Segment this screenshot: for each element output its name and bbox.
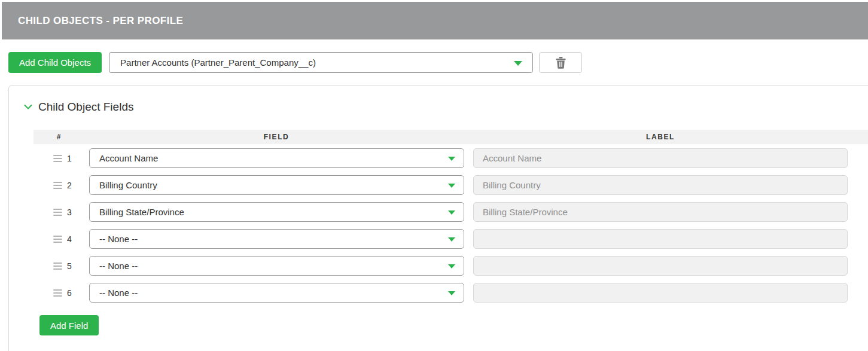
page-title-bar: CHILD OBJECTS - PER PROFILE: [2, 2, 868, 39]
table-row: 5 -- None --: [53, 256, 868, 276]
add-field-button[interactable]: Add Field: [39, 315, 99, 335]
table-row: 3 Billing State/Province: [53, 202, 868, 222]
dropdown-arrow-icon: [448, 157, 455, 161]
row-number: 5: [67, 261, 79, 271]
field-select[interactable]: Billing State/Province: [89, 202, 464, 222]
column-header-number: #: [57, 130, 62, 144]
field-select[interactable]: -- None --: [89, 283, 464, 303]
child-object-select[interactable]: Partner Accounts (Partner_Parent_Company…: [109, 52, 533, 73]
table-row: 1 Account Name: [53, 148, 868, 168]
table-row: 4 -- None --: [53, 229, 868, 249]
drag-handle-icon[interactable]: [53, 263, 62, 270]
field-select-value: -- None --: [99, 288, 138, 298]
column-header-label: LABEL: [646, 130, 675, 144]
row-number: 6: [67, 288, 79, 298]
chevron-down-icon: [23, 102, 33, 112]
dropdown-arrow-icon: [448, 210, 455, 215]
table-row: 6 -- None --: [53, 283, 868, 303]
delete-child-object-button[interactable]: [539, 52, 582, 73]
field-select-value: -- None --: [99, 261, 138, 271]
field-select-value: Account Name: [99, 153, 158, 163]
child-object-fields-panel: Child Object Fields # FIELD LABEL 1 Acco…: [8, 85, 868, 351]
label-input[interactable]: [473, 148, 848, 168]
field-select-value: Billing Country: [99, 180, 157, 190]
child-object-select-value: Partner Accounts (Partner_Parent_Company…: [120, 57, 316, 68]
field-select[interactable]: Account Name: [89, 148, 464, 168]
field-select[interactable]: Billing Country: [89, 175, 464, 195]
label-input[interactable]: [473, 283, 848, 303]
field-select[interactable]: -- None --: [89, 229, 464, 249]
drag-handle-icon[interactable]: [53, 236, 62, 243]
dropdown-arrow-icon: [448, 264, 455, 268]
add-child-objects-button[interactable]: Add Child Objects: [8, 52, 102, 73]
dropdown-arrow-icon: [448, 184, 455, 188]
label-input[interactable]: [473, 256, 848, 276]
label-input[interactable]: [473, 202, 848, 222]
row-number: 3: [67, 207, 79, 217]
label-input[interactable]: [473, 229, 848, 249]
table-row: 2 Billing Country: [53, 175, 868, 195]
table-header: # FIELD LABEL: [33, 130, 868, 144]
column-header-field: FIELD: [264, 130, 290, 144]
page-title: CHILD OBJECTS - PER PROFILE: [2, 15, 183, 27]
drag-handle-icon[interactable]: [53, 182, 62, 189]
section-title: Child Object Fields: [38, 100, 133, 114]
field-select-value: Billing State/Province: [99, 207, 184, 217]
dropdown-arrow-icon: [448, 291, 455, 295]
row-number: 1: [67, 154, 79, 163]
trash-icon: [556, 57, 566, 69]
drag-handle-icon[interactable]: [53, 155, 62, 162]
field-rows: 1 Account Name 2 Billing Country 3: [9, 148, 868, 303]
dropdown-arrow-icon: [448, 237, 455, 242]
drag-handle-icon[interactable]: [53, 289, 62, 297]
section-collapse-toggle[interactable]: Child Object Fields: [23, 100, 868, 114]
field-select[interactable]: -- None --: [89, 256, 464, 276]
field-select-value: -- None --: [99, 234, 138, 244]
drag-handle-icon[interactable]: [53, 209, 62, 216]
dropdown-arrow-icon: [514, 61, 522, 66]
toolbar: Add Child Objects Partner Accounts (Part…: [0, 52, 868, 73]
label-input[interactable]: [473, 175, 848, 195]
row-number: 4: [67, 234, 79, 244]
row-number: 2: [67, 181, 79, 190]
